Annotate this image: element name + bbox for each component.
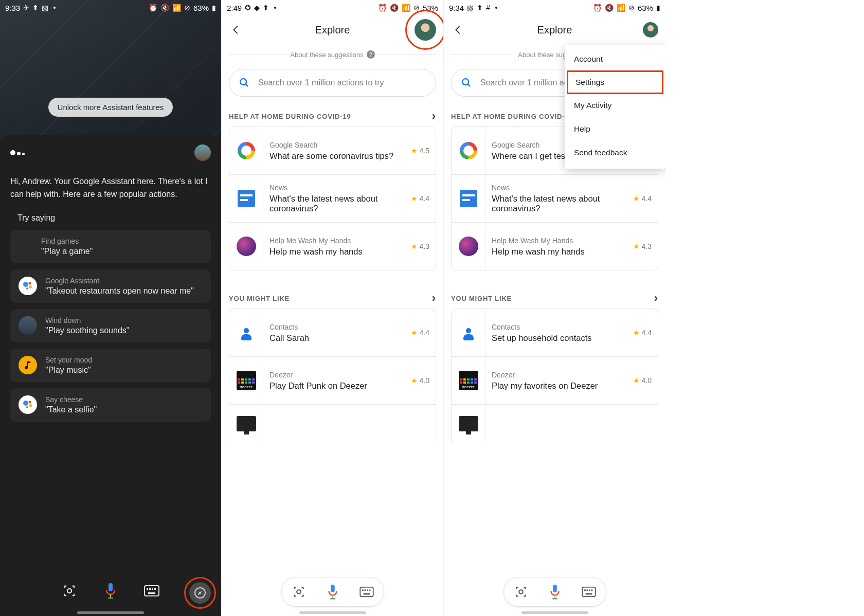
keyboard-icon[interactable] [359, 584, 374, 600]
unlock-features-chip[interactable]: Unlock more Assistant features [48, 98, 173, 117]
compass-icon [189, 582, 211, 604]
battery-icon: ▮ [656, 4, 660, 12]
action-card[interactable]: ContactsSet up household contacts ★4.4 [452, 309, 658, 356]
keyboard-icon[interactable] [142, 582, 161, 600]
action-card[interactable] [452, 404, 658, 443]
explore-button-highlighted[interactable] [184, 577, 216, 609]
svg-rect-16 [154, 588, 156, 590]
telegram-icon: ✈ [23, 4, 29, 12]
profile-avatar-highlighted[interactable] [415, 19, 436, 41]
lens-icon[interactable] [60, 582, 79, 600]
svg-point-20 [297, 590, 301, 594]
status-bar: 2:49 ✪ ◆ ⬆ ⏰ 🔇 📶 ⊘ 53% [222, 0, 443, 15]
arrow-up-icon: ⬆ [32, 4, 39, 12]
action-card[interactable]: Google SearchWhat are some coronavirus t… [229, 127, 436, 174]
action-text: Call Sarah [269, 333, 399, 343]
suggestion-phrase: "Play a game" [41, 247, 93, 256]
back-button[interactable] [451, 23, 465, 37]
mic-icon[interactable] [547, 584, 563, 600]
alarm-icon: ⏰ [378, 4, 387, 12]
alarm-icon: ⏰ [593, 4, 602, 12]
menu-item-help[interactable]: Help [565, 117, 665, 141]
menu-item-settings-highlighted[interactable]: Settings [567, 70, 663, 94]
svg-point-5 [29, 401, 31, 404]
suggestion-card[interactable]: Wind down "Play soothing sounds" [10, 309, 211, 342]
action-source: News [269, 184, 399, 192]
dnd-icon: ⊘ [628, 4, 635, 12]
action-card[interactable]: deezer DeezerPlay Daft Punk on Deezer ★4… [229, 356, 436, 404]
keyboard-icon[interactable] [581, 584, 597, 600]
deezer-icon: deezer [459, 371, 478, 390]
google-search-icon [460, 142, 477, 159]
lens-icon[interactable] [291, 584, 307, 600]
action-card-list: ContactsCall Sarah ★4.4 deezer DeezerPla… [229, 309, 436, 443]
mute-icon: 🔇 [390, 4, 399, 12]
action-card[interactable]: Help Me Wash My HandsHelp me wash my han… [452, 222, 658, 270]
mic-icon[interactable] [325, 584, 340, 600]
star-icon: ★ [633, 194, 640, 203]
action-rating: 4.4 [642, 194, 652, 203]
suggestion-card[interactable]: Google Assistant "Takeout restaurants op… [10, 269, 211, 303]
action-text: Play Daft Punk on Deezer [269, 381, 399, 391]
about-suggestions-link[interactable]: About these suggestions ? [222, 44, 443, 65]
suggestion-phrase: "Play soothing sounds" [45, 326, 129, 335]
star-icon: ★ [633, 376, 640, 385]
contacts-icon [240, 328, 253, 340]
menu-label: Help [574, 124, 590, 133]
home-indicator[interactable] [299, 611, 366, 614]
screen-explore-menu: 9:34 ▧ ⬆ # ⏰ 🔇 📶 ⊘ 63% ▮ Explore About t… [443, 0, 665, 616]
status-time: 9:34 [449, 4, 464, 12]
action-rating: 4.3 [420, 242, 429, 250]
svg-rect-15 [152, 588, 153, 590]
chevron-right-icon: › [432, 292, 436, 305]
wifi-icon: 📶 [402, 4, 410, 12]
menu-item-send-feedback[interactable]: Send feedback [565, 141, 665, 165]
search-input[interactable] [258, 78, 426, 87]
music-note-icon [19, 356, 37, 374]
action-card[interactable]: deezer DeezerPlay my favorites on Deezer… [452, 356, 658, 404]
android-tv-icon [237, 416, 256, 431]
action-card[interactable]: ContactsCall Sarah ★4.4 [229, 309, 436, 356]
svg-rect-10 [110, 594, 111, 597]
menu-label: Settings [575, 78, 604, 86]
more-notifications-icon [274, 7, 276, 9]
home-indicator[interactable] [521, 611, 588, 614]
wash-hands-icon [237, 237, 256, 256]
profile-avatar[interactable] [194, 144, 211, 161]
svg-point-0 [23, 282, 28, 287]
slack-icon: # [486, 4, 490, 12]
section-header-covid[interactable]: HELP AT HOME DURING COVID-19 › [222, 106, 443, 126]
menu-item-account[interactable]: Account [565, 47, 665, 71]
menu-item-my-activity[interactable]: My Activity [565, 94, 665, 117]
suggestion-card[interactable]: Find games "Play a game" [10, 230, 211, 263]
action-card[interactable]: Help Me Wash My HandsHelp me wash my han… [229, 222, 436, 270]
action-card[interactable]: NewsWhat's the latest news about coronav… [452, 174, 658, 222]
action-source: Google Search [269, 141, 399, 149]
home-indicator[interactable] [77, 611, 144, 614]
action-card[interactable] [229, 404, 436, 443]
action-rating: 4.5 [420, 147, 429, 155]
back-button[interactable] [229, 23, 243, 37]
app-bar: Explore [444, 15, 665, 44]
action-rating: 4.4 [642, 329, 652, 337]
search-actions-field[interactable] [229, 69, 436, 97]
more-notifications-icon [53, 7, 56, 9]
svg-rect-26 [364, 589, 366, 591]
about-suggestions-label: About these suggestions [290, 51, 363, 59]
lens-icon[interactable] [513, 584, 529, 600]
section-header-youmightlike[interactable]: YOU MIGHT LIKE › [222, 288, 443, 309]
action-source: Deezer [269, 371, 399, 379]
section-header-youmightlike[interactable]: YOU MIGHT LIKE › [444, 288, 665, 309]
mic-icon[interactable] [101, 582, 120, 600]
profile-avatar[interactable] [643, 22, 658, 38]
svg-rect-29 [363, 593, 370, 595]
suggestion-card[interactable]: Say cheese "Take a selfie" [10, 388, 211, 422]
suggestion-phrase: "Play music" [45, 366, 92, 375]
screen-assistant: 9:33 ✈ ⬆ ▧ ⏰ 🔇 📶 ⊘ 63% ▮ Unlock more Ass… [0, 0, 221, 616]
google-assistant-icon [19, 277, 37, 295]
action-card[interactable]: NewsWhat's the latest news about coronav… [229, 174, 436, 222]
assistant-input-pill [503, 577, 606, 607]
action-text: What are some coronavirus tips? [269, 151, 399, 161]
action-source: Help Me Wash My Hands [492, 237, 621, 245]
suggestion-card[interactable]: Set your mood "Play music" [10, 349, 211, 382]
